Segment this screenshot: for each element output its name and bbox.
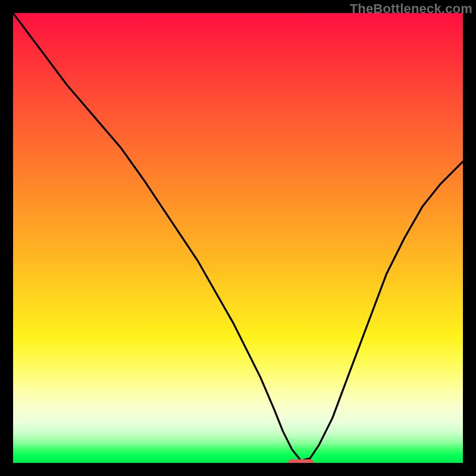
chart-frame: TheBottleneck.com xyxy=(0,0,476,476)
chart-svg xyxy=(13,13,463,463)
optimal-marker xyxy=(288,459,314,463)
bottleneck-curve xyxy=(13,13,463,461)
watermark-text: TheBottleneck.com xyxy=(350,1,472,17)
plot-area xyxy=(13,13,463,463)
